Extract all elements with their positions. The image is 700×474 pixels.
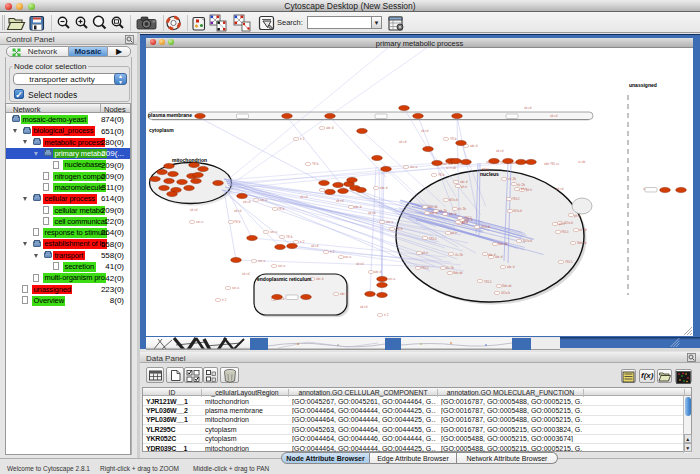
svg-text:GOa b: GOa b	[501, 291, 510, 295]
svg-text:nucleus: nucleus	[480, 171, 499, 177]
svg-text:sec a: sec a	[258, 259, 266, 263]
svg-text:cytoplasm: cytoplasm	[149, 127, 174, 133]
svg-text:ab cd: ab cd	[421, 129, 429, 133]
svg-text:sec a: sec a	[410, 165, 418, 169]
svg-text:tr 2: tr 2	[300, 137, 305, 141]
svg-text:ph tr: ph tr	[462, 220, 468, 224]
svg-text:YK b: YK b	[450, 137, 457, 141]
svg-text:ab cd: ab cd	[311, 244, 319, 248]
svg-text:sec a: sec a	[196, 220, 204, 224]
svg-text:sec a: sec a	[344, 255, 352, 259]
svg-text:tr 2: tr 2	[330, 250, 335, 254]
svg-text:slc 2b: slc 2b	[446, 266, 454, 270]
svg-text:YK b: YK b	[312, 162, 319, 166]
svg-text:ab cd: ab cd	[336, 199, 344, 203]
svg-text:GOa b: GOa b	[449, 198, 458, 202]
svg-text:sec a: sec a	[386, 220, 394, 224]
svg-text:YKL0: YKL0	[464, 216, 472, 220]
svg-text:tr 2: tr 2	[300, 240, 305, 244]
svg-text:YKL0: YKL0	[512, 197, 520, 201]
svg-text:YKL0: YKL0	[484, 280, 492, 284]
svg-text:ab cd: ab cd	[243, 200, 251, 204]
svg-text:YK b: YK b	[438, 173, 445, 177]
svg-text:Sde ab: Sde ab	[428, 205, 438, 209]
svg-text:YK b: YK b	[396, 227, 403, 231]
svg-text:abc d: abc d	[495, 255, 503, 259]
svg-text:sec a: sec a	[232, 286, 240, 290]
svg-text:Sde ab: Sde ab	[498, 242, 508, 246]
svg-text:ab cd: ab cd	[368, 211, 376, 215]
svg-text:abc d: abc d	[449, 212, 457, 216]
svg-text:abc d: abc d	[326, 126, 334, 130]
svg-text:ab cd: ab cd	[300, 195, 308, 199]
svg-text:slc 2b: slc 2b	[579, 228, 587, 232]
svg-text:abc d: abc d	[460, 180, 468, 184]
svg-text:mitochondrion: mitochondrion	[172, 157, 207, 163]
svg-text:ph tr: ph tr	[461, 185, 467, 189]
svg-text:abc d: abc d	[470, 144, 478, 148]
svg-text:Sde ab: Sde ab	[577, 241, 587, 245]
svg-text:slc 2b: slc 2b	[508, 177, 516, 181]
svg-text:abc d: abc d	[354, 205, 362, 209]
svg-text:YKL0: YKL0	[565, 260, 573, 264]
svg-text:abc d: abc d	[316, 277, 324, 281]
svg-text:ph tr: ph tr	[422, 251, 428, 255]
svg-text:GOa b: GOa b	[523, 239, 532, 243]
svg-text:ph tr: ph tr	[521, 187, 527, 191]
svg-text:YK b: YK b	[234, 220, 241, 224]
svg-text:YKL0: YKL0	[561, 230, 569, 234]
svg-text:endoplasmic reticulum: endoplasmic reticulum	[257, 276, 312, 282]
svg-text:ph tr: ph tr	[559, 222, 565, 226]
svg-text:ph tr: ph tr	[574, 214, 580, 218]
svg-text:ab cd: ab cd	[356, 262, 364, 266]
svg-text:abc d: abc d	[430, 211, 438, 215]
svg-text:tr 2: tr 2	[384, 313, 389, 317]
svg-text:ab cd: ab cd	[399, 140, 407, 144]
svg-text:sc tr ab: sc tr ab	[446, 166, 456, 170]
svg-text:ab cd: ab cd	[556, 187, 564, 191]
svg-text:abc d: abc d	[374, 270, 382, 274]
svg-text:GOa b: GOa b	[513, 209, 522, 213]
svg-text:Sde ab: Sde ab	[453, 271, 463, 275]
svg-text:YK b: YK b	[278, 207, 285, 211]
svg-text:ab cd: ab cd	[190, 208, 198, 212]
svg-text:abtr YKL sc: abtr YKL sc	[544, 162, 560, 166]
svg-text:Sde ab: Sde ab	[502, 284, 512, 288]
svg-text:YK b: YK b	[286, 235, 293, 239]
svg-text:ph tr: ph tr	[451, 231, 457, 235]
svg-text:ab cd: ab cd	[550, 114, 558, 118]
svg-text:abc d: abc d	[507, 265, 515, 269]
svg-text:slc 2b: slc 2b	[458, 207, 466, 211]
svg-text:sec a: sec a	[270, 230, 278, 234]
svg-text:GOa b: GOa b	[481, 225, 490, 229]
svg-text:ab cd: ab cd	[524, 106, 532, 110]
svg-text:sc ab: sc ab	[578, 160, 586, 164]
svg-text:abc d: abc d	[380, 186, 388, 190]
svg-text:ab cd: ab cd	[234, 209, 242, 213]
svg-text:YKL0: YKL0	[421, 266, 429, 270]
svg-text:unassigned: unassigned	[629, 82, 657, 88]
svg-text:ab cd: ab cd	[242, 272, 250, 276]
svg-text:slc 2b: slc 2b	[439, 209, 447, 213]
svg-text:tr 2: tr 2	[222, 298, 227, 302]
svg-text:sec a: sec a	[388, 277, 396, 281]
svg-text:plasma membrane: plasma membrane	[148, 112, 192, 118]
svg-text:sec a: sec a	[278, 264, 286, 268]
svg-text:slc 2b: slc 2b	[455, 253, 463, 257]
svg-text:ab cd: ab cd	[496, 149, 504, 153]
svg-text:ab cd: ab cd	[360, 305, 368, 309]
svg-text:abc d: abc d	[340, 292, 348, 296]
svg-text:GOa b: GOa b	[564, 221, 573, 225]
svg-text:abc d: abc d	[488, 253, 496, 257]
svg-text:YKL0: YKL0	[429, 237, 437, 241]
svg-text:sec a: sec a	[260, 198, 268, 202]
